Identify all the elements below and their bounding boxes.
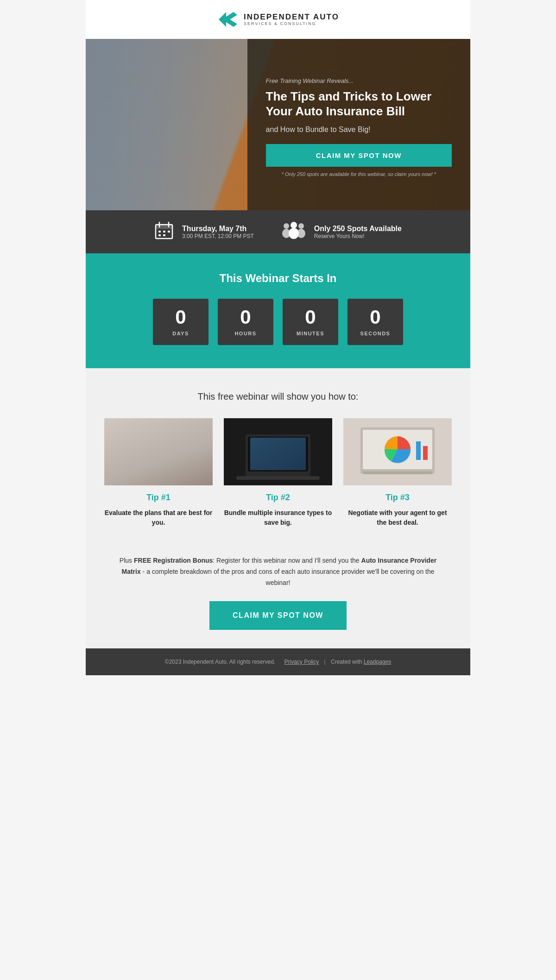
bonus-section: Plus FREE Registration Bonus: Register f… bbox=[86, 546, 470, 648]
header: INDEPENDENT AUTO SERVICES & CONSULTING bbox=[86, 0, 470, 39]
hero-section: Free Training Webinar Reveals... The Tip… bbox=[86, 39, 470, 210]
info-date-item: Thursday, May 7th 3:00 PM EST, 12:00 PM … bbox=[154, 221, 254, 243]
svg-point-15 bbox=[289, 228, 299, 239]
info-spots-sub: Reserve Yours Now! bbox=[314, 233, 402, 239]
countdown-hours-label: HOURS bbox=[234, 331, 256, 336]
countdown-seconds-box: 0 SECONDS bbox=[348, 299, 403, 345]
feature-image-2 bbox=[224, 418, 332, 485]
svg-rect-17 bbox=[126, 432, 163, 474]
info-date-block: Thursday, May 7th 3:00 PM EST, 12:00 PM … bbox=[182, 225, 254, 239]
svg-rect-32 bbox=[423, 446, 428, 460]
countdown-section: This Webinar Starts In 0 DAYS 0 HOURS 0 … bbox=[86, 253, 470, 368]
logo-text: INDEPENDENT AUTO SERVICES & CONSULTING bbox=[244, 13, 339, 26]
svg-rect-5 bbox=[158, 231, 161, 232]
hero-subtitle: and How to Bundle to Save Big! bbox=[266, 126, 452, 134]
people-icon bbox=[282, 220, 306, 243]
footer: ©2023 Independent Auto. All rights reser… bbox=[86, 648, 470, 675]
countdown-boxes: 0 DAYS 0 HOURS 0 MINUTES 0 SECONDS bbox=[95, 299, 461, 345]
svg-rect-16 bbox=[104, 418, 213, 485]
info-date-main: Thursday, May 7th bbox=[182, 225, 254, 233]
feature-card-3: Tip #3 Negotiate with your agent to get … bbox=[343, 418, 452, 528]
svg-rect-19 bbox=[131, 455, 158, 474]
countdown-days-box: 0 DAYS bbox=[153, 299, 208, 345]
features-section: This free webinar will show you how to: … bbox=[86, 368, 470, 546]
hero-overlay: Free Training Webinar Reveals... The Tip… bbox=[247, 39, 470, 210]
logo-title: INDEPENDENT AUTO bbox=[244, 13, 339, 22]
svg-rect-9 bbox=[163, 234, 165, 236]
footer-separator-2: | bbox=[324, 659, 326, 665]
svg-point-12 bbox=[298, 223, 304, 229]
footer-privacy-link[interactable]: Privacy Policy bbox=[284, 659, 319, 665]
feature-image-1 bbox=[104, 418, 213, 485]
svg-rect-31 bbox=[416, 441, 421, 460]
footer-leadpages-link[interactable]: Leadpages bbox=[364, 659, 391, 665]
info-date-sub: 3:00 PM EST, 12:00 PM PST bbox=[182, 233, 254, 239]
svg-rect-25 bbox=[236, 476, 320, 480]
svg-point-18 bbox=[136, 438, 153, 454]
svg-marker-0 bbox=[219, 12, 237, 27]
features-grid: Tip #1 Evaluate the plans that are best … bbox=[104, 418, 452, 528]
countdown-seconds-number: 0 bbox=[370, 308, 380, 327]
bonus-cta-button[interactable]: CLAIM MY SPOT NOW bbox=[209, 601, 347, 630]
calendar-icon bbox=[154, 221, 174, 243]
svg-rect-20 bbox=[158, 437, 191, 460]
info-spots-main: Only 250 Spots Available bbox=[314, 225, 402, 233]
hero-cta-button[interactable]: CLAIM MY SPOT NOW bbox=[266, 144, 452, 167]
info-spots-block: Only 250 Spots Available Reserve Yours N… bbox=[314, 225, 402, 239]
feature-desc-3: Negotiate with your agent to get the bes… bbox=[343, 508, 452, 528]
svg-point-14 bbox=[291, 222, 297, 228]
bonus-text-before: Plus bbox=[120, 557, 134, 564]
svg-rect-33 bbox=[363, 471, 432, 474]
feature-tip-label-2: Tip #2 bbox=[224, 493, 332, 503]
countdown-minutes-box: 0 MINUTES bbox=[283, 299, 338, 345]
svg-rect-26 bbox=[250, 438, 306, 470]
countdown-minutes-number: 0 bbox=[305, 308, 316, 327]
countdown-hours-box: 0 HOURS bbox=[218, 299, 273, 345]
countdown-minutes-label: MINUTES bbox=[297, 331, 324, 336]
countdown-hours-number: 0 bbox=[240, 308, 251, 327]
logo-icon bbox=[217, 8, 239, 31]
countdown-days-number: 0 bbox=[175, 308, 186, 327]
feature-desc-1: Evaluate the plans that are best for you… bbox=[104, 508, 213, 528]
countdown-title: This Webinar Starts In bbox=[95, 272, 461, 285]
logo-subtitle: SERVICES & CONSULTING bbox=[244, 21, 339, 26]
bonus-text-after: - a complete breakdown of the pros and c… bbox=[141, 568, 435, 586]
svg-point-10 bbox=[284, 223, 289, 229]
countdown-days-label: DAYS bbox=[172, 331, 189, 336]
feature-card-1: Tip #1 Evaluate the plans that are best … bbox=[104, 418, 213, 528]
bonus-text: Plus FREE Registration Bonus: Register f… bbox=[114, 555, 442, 588]
countdown-seconds-label: SECONDS bbox=[360, 331, 391, 336]
svg-rect-6 bbox=[163, 231, 165, 232]
svg-rect-7 bbox=[168, 231, 170, 232]
svg-rect-8 bbox=[158, 234, 161, 236]
hero-title: The Tips and Tricks to Lower Your Auto I… bbox=[266, 89, 452, 119]
info-bar: Thursday, May 7th 3:00 PM EST, 12:00 PM … bbox=[86, 210, 470, 253]
bonus-text-middle: : Register for this webinar now and I'll… bbox=[213, 557, 361, 564]
feature-image-3 bbox=[343, 418, 452, 485]
feature-desc-2: Bundle multiple insurance types to save … bbox=[224, 508, 332, 528]
feature-card-2: Tip #2 Bundle multiple insurance types t… bbox=[224, 418, 332, 528]
info-spots-item: Only 250 Spots Available Reserve Yours N… bbox=[282, 220, 402, 243]
hero-disclaimer: * Only 250 spots are available for this … bbox=[266, 171, 452, 177]
hero-pre-title: Free Training Webinar Reveals... bbox=[266, 77, 452, 84]
svg-rect-2 bbox=[156, 225, 172, 229]
feature-tip-label-3: Tip #3 bbox=[343, 493, 452, 503]
bonus-text-bold1: FREE Registration Bonus bbox=[134, 557, 213, 564]
feature-tip-label-1: Tip #1 bbox=[104, 493, 213, 503]
footer-copyright: ©2023 Independent Auto. All rights reser… bbox=[165, 659, 275, 665]
logo: INDEPENDENT AUTO SERVICES & CONSULTING bbox=[217, 8, 339, 31]
footer-created-text: Created with bbox=[331, 659, 362, 665]
features-intro: This free webinar will show you how to: bbox=[104, 391, 452, 402]
